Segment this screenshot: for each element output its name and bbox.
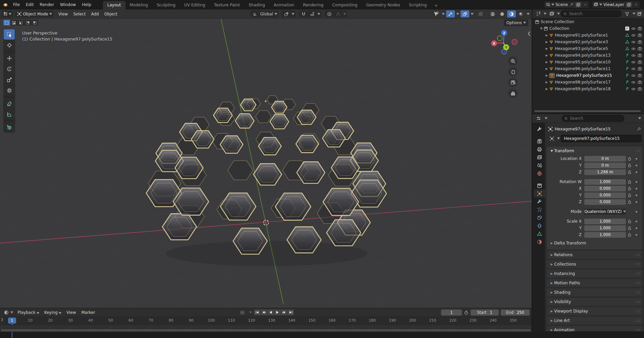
properties-options-chevron[interactable]: ▼: [638, 117, 641, 120]
new-scene-button[interactable]: [575, 2, 581, 7]
hide-in-viewport-icon[interactable]: [631, 60, 636, 64]
disable-in-renders-icon[interactable]: [638, 33, 642, 38]
panel-collections[interactable]: ▶Collections∷∷: [547, 260, 642, 268]
properties-tab-world[interactable]: [534, 169, 545, 177]
properties-tab-tool[interactable]: [534, 125, 545, 133]
timeline-menu-view[interactable]: View: [64, 310, 78, 315]
lock-icon[interactable]: [628, 219, 632, 223]
outliner-row-object[interactable]: ▶Hexagone99:polySurface18: [532, 86, 644, 92]
disable-in-renders-icon[interactable]: [638, 47, 642, 51]
hide-in-viewport-icon[interactable]: [631, 40, 636, 44]
add-workspace-button[interactable]: +: [431, 2, 441, 9]
value-field[interactable]: 1.000: [584, 179, 626, 185]
properties-tab-view-layer[interactable]: [534, 153, 545, 161]
drag-handle-icon[interactable]: ∷∷: [636, 262, 640, 267]
properties-tab-object[interactable]: [534, 189, 545, 198]
jump-to-start-button[interactable]: [254, 309, 260, 315]
pivot-dropdown[interactable]: ▼: [281, 10, 296, 17]
viewport-menu-add[interactable]: Add: [88, 12, 101, 16]
menu-window[interactable]: Window: [57, 2, 79, 7]
play-reverse-button[interactable]: [267, 309, 274, 315]
drag-handle-icon[interactable]: ∷∷: [636, 149, 640, 153]
animate-dot[interactable]: [633, 234, 639, 236]
select-mode-invert[interactable]: [24, 20, 31, 25]
drag-handle-icon[interactable]: ∷∷: [636, 281, 640, 285]
animate-dot[interactable]: [633, 165, 639, 166]
timeline-editor-type-button[interactable]: [2, 309, 11, 316]
new-viewlayer-button[interactable]: [626, 2, 632, 7]
drag-handle-icon[interactable]: ∷∷: [636, 328, 640, 332]
tab-rendering[interactable]: Rendering: [299, 1, 328, 9]
timeline-menu-playback[interactable]: Playback ▼: [15, 310, 42, 315]
outliner-row-scene-collection[interactable]: Scene Collection: [532, 18, 644, 25]
ortho-toggle-button[interactable]: [508, 89, 518, 98]
outliner-row-object[interactable]: ▶Hexagone96:polySurface11: [532, 65, 644, 72]
mode-dropdown[interactable]: Object Mode ▼: [15, 10, 54, 17]
snap-chevron[interactable]: ▼: [316, 10, 322, 17]
frame-end-field[interactable]: End250: [501, 309, 530, 316]
viewlayer-selector[interactable]: ▼ ViewLayer ✕: [592, 1, 640, 8]
pan-hand-button[interactable]: [508, 67, 518, 76]
shading-material-button[interactable]: [507, 10, 516, 17]
shading-rendered-button[interactable]: [517, 10, 525, 17]
value-field[interactable]: 0.000: [584, 192, 626, 198]
jump-to-end-button[interactable]: [287, 309, 294, 315]
value-field[interactable]: 1.000: [584, 219, 626, 224]
tab-geometry-nodes[interactable]: Geometry Nodes: [362, 1, 405, 9]
panel-shading[interactable]: ▶Shading∷∷: [547, 288, 642, 296]
expander-icon[interactable]: ▼: [539, 27, 544, 30]
panel-viewport-display[interactable]: ▶Viewport Display∷∷: [547, 307, 642, 315]
lock-icon[interactable]: [628, 193, 632, 197]
animate-dot[interactable]: [633, 194, 639, 196]
hide-in-viewport-icon[interactable]: [631, 67, 636, 71]
play-button[interactable]: [274, 309, 280, 315]
timeline-menu-marker[interactable]: Marker: [78, 310, 98, 315]
outliner-filter-id-dropdown[interactable]: [547, 10, 556, 17]
timeline-ruler[interactable]: 1020304050607080901001101201301401501601…: [0, 317, 532, 325]
next-keyframe-button[interactable]: [281, 309, 287, 315]
tab-sculpting[interactable]: Sculpting: [152, 1, 180, 9]
show-hide-dropdown[interactable]: [432, 10, 440, 17]
shading-solid-button[interactable]: [498, 10, 506, 17]
gizmos-toggle[interactable]: [446, 10, 455, 17]
select-mode-set[interactable]: [3, 20, 10, 25]
value-field[interactable]: 1.000: [584, 225, 626, 231]
value-field[interactable]: 0.000: [584, 199, 626, 205]
tool-measure[interactable]: [4, 109, 15, 119]
lock-icon[interactable]: [628, 186, 632, 190]
properties-tab-scene[interactable]: [534, 161, 545, 169]
tool-scale[interactable]: [4, 74, 15, 85]
expander-icon[interactable]: ▶: [544, 80, 549, 84]
panel-instancing[interactable]: ▶Instancing∷∷: [547, 270, 642, 278]
outliner-row-collection[interactable]: ▼Collection✓: [532, 25, 644, 32]
outliner-display-mode-dropdown[interactable]: [534, 10, 543, 17]
drag-handle-icon[interactable]: ∷∷: [636, 319, 640, 323]
disable-in-renders-icon[interactable]: [638, 40, 642, 44]
stopwatch-icon[interactable]: [464, 310, 469, 315]
properties-tab-data[interactable]: [534, 230, 545, 238]
proportional-falloff-icon[interactable]: [334, 10, 342, 17]
snap-settings-icon[interactable]: [308, 10, 317, 17]
disable-in-renders-icon[interactable]: [638, 73, 642, 78]
animate-dot[interactable]: [633, 188, 639, 189]
lock-icon[interactable]: [628, 233, 632, 237]
value-field[interactable]: 0.000: [584, 186, 626, 191]
hide-in-viewport-icon[interactable]: [631, 73, 636, 78]
timeline-track-area[interactable]: [0, 325, 532, 332]
hide-in-viewport-icon[interactable]: [631, 47, 636, 51]
tab-shading[interactable]: Shading: [244, 1, 269, 9]
select-mode-subtract[interactable]: [17, 20, 24, 25]
scene-selector[interactable]: ▼ Scene ✕: [544, 1, 589, 8]
select-mode-extend[interactable]: [10, 20, 17, 25]
lock-icon[interactable]: [628, 226, 632, 230]
properties-editor-type-button[interactable]: [534, 115, 543, 122]
tab-uv-editing[interactable]: UV Editing: [180, 1, 210, 9]
tool-select-box[interactable]: [4, 29, 15, 40]
tool-cursor[interactable]: [4, 40, 15, 50]
properties-tab-particles[interactable]: [534, 206, 545, 214]
panel-motion-paths[interactable]: ▶Motion Paths∷∷: [547, 279, 642, 287]
tab-animation[interactable]: Animation: [269, 1, 299, 9]
outliner-row-object[interactable]: ▶Hexagone91:polySurface1: [532, 32, 644, 39]
camera-view-button[interactable]: [508, 78, 518, 87]
disable-in-renders-icon[interactable]: [638, 53, 642, 58]
